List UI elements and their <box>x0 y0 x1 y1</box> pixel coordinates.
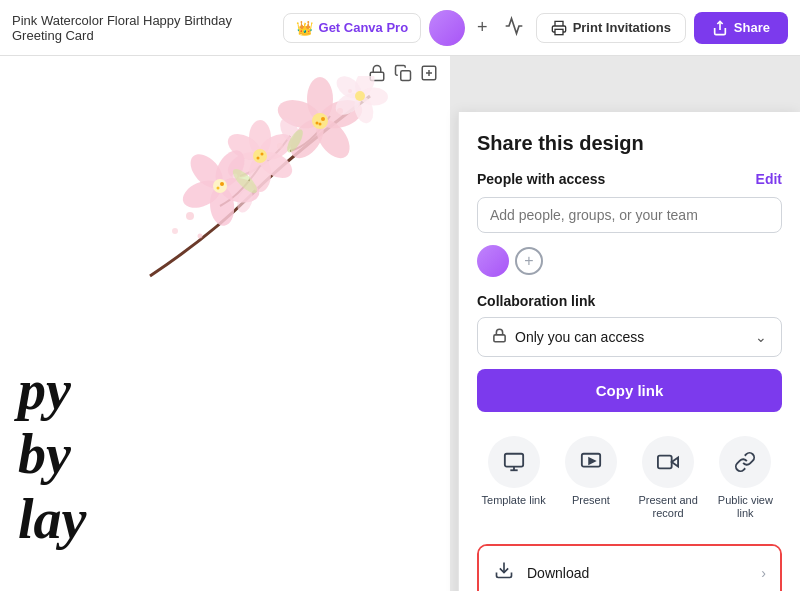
svg-point-31 <box>220 182 224 186</box>
share-panel-title: Share this design <box>477 132 782 155</box>
topbar: Pink Watercolor Floral Happy Birthday Gr… <box>0 0 800 56</box>
share-button[interactable]: Share <box>694 12 788 44</box>
people-input[interactable] <box>477 197 782 233</box>
user-avatar <box>477 245 509 277</box>
download-chevron: › <box>761 565 766 581</box>
people-access-row: People with access Edit <box>477 171 782 187</box>
share-option-template-link[interactable]: Template link <box>477 432 550 524</box>
add-button[interactable]: + <box>473 13 492 42</box>
svg-rect-51 <box>504 454 522 467</box>
download-action[interactable]: Download › <box>479 546 780 591</box>
download-label: Download <box>527 565 749 581</box>
svg-point-30 <box>213 179 227 193</box>
svg-point-38 <box>355 91 365 101</box>
share-panel: Share this design People with access Edi… <box>458 112 800 591</box>
share-option-present[interactable]: Present <box>554 432 627 524</box>
floral-illustration <box>90 76 430 356</box>
avatar <box>429 10 465 46</box>
edit-access-link[interactable]: Edit <box>756 171 782 187</box>
present-record-icon <box>642 436 694 488</box>
canva-pro-button[interactable]: 👑 Get Canva Pro <box>283 13 422 43</box>
people-access-label: People with access <box>477 171 605 187</box>
avatars-row: + <box>477 245 782 277</box>
chevron-down-icon: ⌄ <box>755 329 767 345</box>
topbar-title: Pink Watercolor Floral Happy Birthday Gr… <box>12 13 275 43</box>
copy-link-button[interactable]: Copy link <box>477 369 782 412</box>
svg-rect-50 <box>494 335 505 342</box>
avatar-button[interactable] <box>429 10 465 46</box>
access-dropdown[interactable]: Only you can access ⌄ <box>477 317 782 357</box>
svg-point-42 <box>172 228 178 234</box>
print-invitations-button[interactable]: Print Invitations <box>536 13 686 43</box>
present-record-label: Present and record <box>634 494 703 520</box>
lock-icon <box>492 328 507 346</box>
svg-point-24 <box>257 157 260 160</box>
public-view-icon <box>719 436 771 488</box>
template-link-icon <box>488 436 540 488</box>
share-icon <box>712 20 728 36</box>
svg-point-45 <box>348 89 352 93</box>
share-options-grid: Template link Present Present and record <box>477 432 782 524</box>
print-icon <box>551 20 567 36</box>
svg-point-14 <box>316 122 319 125</box>
svg-point-12 <box>312 113 328 129</box>
svg-point-13 <box>321 117 325 121</box>
public-view-label: Public view link <box>711 494 780 520</box>
collab-label: Collaboration link <box>477 293 782 309</box>
svg-point-32 <box>217 187 220 190</box>
share-option-present-record[interactable]: Present and record <box>632 432 705 524</box>
canvas-area: py by lay Share this design People with … <box>0 56 800 591</box>
stats-button[interactable] <box>500 12 528 44</box>
design-canvas[interactable]: py by lay <box>0 56 450 591</box>
svg-point-43 <box>198 234 203 239</box>
download-icon <box>493 560 515 585</box>
stats-icon <box>504 16 524 36</box>
card-text: py by lay <box>18 358 86 551</box>
svg-point-44 <box>337 108 343 114</box>
template-link-label: Template link <box>482 494 546 507</box>
svg-rect-56 <box>658 456 672 469</box>
svg-point-41 <box>186 212 194 220</box>
crown-icon: 👑 <box>296 20 313 36</box>
present-label: Present <box>572 494 610 507</box>
svg-point-22 <box>253 149 267 163</box>
svg-rect-0 <box>555 29 563 34</box>
present-icon <box>565 436 617 488</box>
svg-point-15 <box>319 123 322 126</box>
add-person-button[interactable]: + <box>515 247 543 275</box>
action-list: Download › Share on social › Print <box>477 544 782 591</box>
access-label: Only you can access <box>515 329 747 345</box>
share-option-public-view[interactable]: Public view link <box>709 432 782 524</box>
svg-marker-55 <box>589 458 595 464</box>
svg-point-46 <box>277 143 283 149</box>
svg-point-23 <box>261 153 264 156</box>
